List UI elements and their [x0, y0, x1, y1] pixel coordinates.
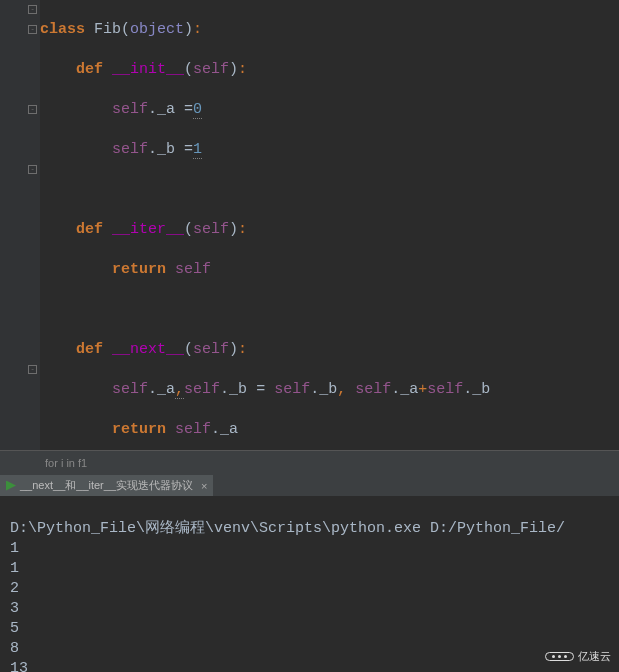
console-line: 13 [10, 660, 28, 672]
fold-marker[interactable]: - [28, 25, 37, 34]
method-iter: __iter__ [112, 221, 184, 238]
keyword-def: def [76, 61, 103, 78]
fold-marker[interactable]: - [28, 5, 37, 14]
console-output[interactable]: D:\Python_File\网络编程\venv\Scripts\python.… [0, 497, 619, 672]
console-line: 8 [10, 640, 19, 657]
editor-gutter: - - - - - [0, 0, 40, 450]
run-tab[interactable]: __next__和__iter__实现迭代器协议 × [0, 475, 213, 496]
console-line: 1 [10, 540, 19, 557]
fold-marker[interactable]: - [28, 105, 37, 114]
console-command: D:\Python_File\网络编程\venv\Scripts\python.… [10, 520, 565, 537]
console-line: 2 [10, 580, 19, 597]
method-next: __next__ [112, 341, 184, 358]
code-content[interactable]: class Fib(object): def __init__(self): s… [40, 0, 619, 450]
play-icon [6, 481, 16, 491]
code-editor[interactable]: - - - - - class Fib(object): def __init_… [0, 0, 619, 450]
console-line: 5 [10, 620, 19, 637]
fold-marker[interactable]: - [28, 165, 37, 174]
keyword-class: class [40, 21, 85, 38]
watermark-logo: 亿速云 [545, 649, 611, 664]
builtin-object: object [130, 21, 184, 38]
run-tab-bar: __next__和__iter__实现迭代器协议 × [0, 475, 619, 497]
breadcrumb-text: for i in f1 [45, 457, 87, 469]
watermark-text: 亿速云 [578, 649, 611, 664]
param-self: self [193, 61, 229, 78]
fold-marker[interactable]: - [28, 365, 37, 374]
run-tab-label: __next__和__iter__实现迭代器协议 [20, 478, 193, 493]
cloud-icon [545, 652, 574, 661]
console-line: 3 [10, 600, 19, 617]
close-icon[interactable]: × [201, 480, 207, 492]
breadcrumb[interactable]: for i in f1 [0, 450, 619, 475]
number-literal: 1 [193, 141, 202, 159]
class-name: Fib [94, 21, 121, 38]
method-init: __init__ [112, 61, 184, 78]
console-line: 1 [10, 560, 19, 577]
keyword-return: return [112, 261, 166, 278]
number-literal: 0 [193, 101, 202, 119]
